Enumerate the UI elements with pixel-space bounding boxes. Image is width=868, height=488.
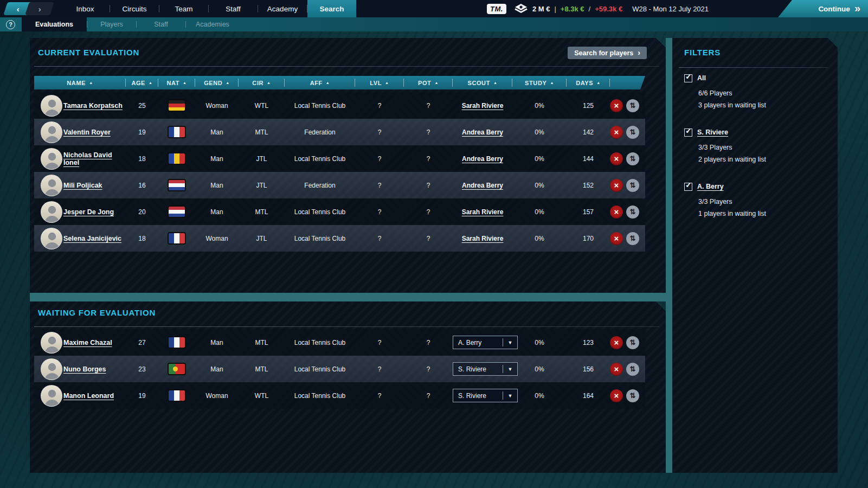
column-header-pot[interactable]: POT▲ <box>404 76 453 89</box>
scout-dropdown[interactable]: A. Berry▼ <box>453 336 518 349</box>
swap-order-button[interactable]: ⇅ <box>626 232 639 245</box>
sub-tab-evaluations[interactable]: Evaluations <box>22 17 87 31</box>
gender-cell-value: Man <box>210 365 223 373</box>
filter-checkbox[interactable]: ✓ <box>684 129 692 137</box>
player-avatar[interactable] <box>41 121 62 143</box>
column-header-scout[interactable]: SCOUT▲ <box>453 76 512 89</box>
player-avatar[interactable] <box>41 175 62 196</box>
days-cell: 144 <box>567 155 610 163</box>
scout-cell: Andrea Berry <box>453 129 512 136</box>
age-cell: 18 <box>126 155 158 163</box>
player-name-link[interactable]: Maxime Chazal <box>63 339 112 346</box>
swap-order-button[interactable]: ⇅ <box>626 179 639 192</box>
remove-player-button[interactable]: × <box>610 152 623 165</box>
swap-order-button[interactable]: ⇅ <box>626 336 639 349</box>
column-header-days[interactable]: DAYS▲ <box>567 76 610 89</box>
player-avatar[interactable] <box>41 385 62 407</box>
player-avatar[interactable] <box>41 95 62 117</box>
gender-cell: Man <box>195 365 239 373</box>
column-header-cir[interactable]: CIR▲ <box>239 76 285 89</box>
filters-divider <box>679 67 828 68</box>
remove-player-button[interactable]: × <box>610 206 623 219</box>
player-name-link[interactable]: Nicholas David Ionel <box>63 151 112 166</box>
player-name-link[interactable]: Selena Janicijevic <box>63 235 121 242</box>
scout-link[interactable]: Sarah Riviere <box>462 235 504 242</box>
filter-label[interactable]: A. Berry <box>697 183 724 190</box>
level-cell-value: ? <box>378 182 382 189</box>
flag-nl <box>168 206 186 218</box>
nav-tab-inbox[interactable]: Inbox <box>61 0 110 17</box>
player-name-link[interactable]: Nuno Borges <box>63 365 106 373</box>
column-header-label: POT <box>418 80 431 86</box>
filter-label[interactable]: S. Riviere <box>697 129 728 136</box>
player-name-link[interactable]: Jesper De Jong <box>63 208 114 216</box>
column-header-label: AFF <box>310 80 323 86</box>
swap-order-button[interactable]: ⇅ <box>626 99 639 112</box>
age-cell: 19 <box>126 392 158 400</box>
scout-link[interactable]: Andrea Berry <box>462 182 503 189</box>
remove-player-button[interactable]: × <box>610 179 623 192</box>
scout-link[interactable]: Sarah Riviere <box>462 208 504 216</box>
player-avatar[interactable] <box>41 201 62 223</box>
column-header-nat[interactable]: NAT▲ <box>158 76 195 89</box>
remove-player-button[interactable]: × <box>610 232 623 245</box>
player-name-link[interactable]: Mili Poljicak <box>63 182 102 189</box>
nav-tab-circuits[interactable]: Circuits <box>110 0 159 17</box>
sub-tab-players[interactable]: Players <box>87 17 136 31</box>
nav-tab-staff[interactable]: Staff <box>209 0 258 17</box>
remove-player-button[interactable]: × <box>610 336 623 349</box>
player-name-link[interactable]: Tamara Korpatsch <box>63 102 123 110</box>
sub-tab-staff[interactable]: Staff <box>137 17 185 31</box>
column-header-name[interactable]: NAME▲ <box>34 76 126 89</box>
swap-order-button[interactable]: ⇅ <box>626 389 639 402</box>
swap-order-button[interactable]: ⇅ <box>626 363 639 376</box>
player-name-link[interactable]: Manon Leonard <box>63 392 114 400</box>
forward-button[interactable]: › <box>25 2 54 15</box>
age-cell: 27 <box>126 339 158 346</box>
swap-order-button[interactable]: ⇅ <box>626 152 639 165</box>
player-row: Nuno Borges23ManMTLLocal Tennis Club??S.… <box>34 356 645 382</box>
column-header-lvl[interactable]: LVL▲ <box>355 76 404 89</box>
nav-tab-search[interactable]: Search <box>307 0 356 17</box>
nav-tab-academy[interactable]: Academy <box>258 0 307 17</box>
player-avatar[interactable] <box>41 148 62 170</box>
potential-cell-value: ? <box>427 339 430 346</box>
search-for-players-button[interactable]: Search for players › <box>568 47 647 59</box>
remove-player-button[interactable]: × <box>610 389 623 402</box>
sort-asc-icon: ▲ <box>434 81 439 85</box>
column-header-age[interactable]: AGE▲ <box>126 76 158 89</box>
scout-dropdown[interactable]: S. Riviere▼ <box>453 362 518 376</box>
help-icon[interactable]: ? <box>6 20 15 29</box>
remove-player-button[interactable]: × <box>610 363 623 376</box>
scout-link[interactable]: Andrea Berry <box>462 129 503 136</box>
continue-button[interactable]: Continue » <box>778 0 868 17</box>
player-row: Jesper De Jong20ManMTLLocal Tennis Club?… <box>34 198 645 225</box>
level-cell: ? <box>355 339 404 346</box>
player-row: Manon Leonard19WomanWTLLocal Tennis Club… <box>34 382 645 409</box>
column-header-aff[interactable]: AFF▲ <box>285 76 355 89</box>
scout-dropdown[interactable]: S. Riviere▼ <box>453 389 518 402</box>
level-cell-value: ? <box>378 102 382 110</box>
scout-link[interactable]: Andrea Berry <box>462 155 503 163</box>
scout-link[interactable]: Sarah Riviere <box>462 102 504 110</box>
player-avatar[interactable] <box>41 228 62 249</box>
level-cell: ? <box>355 129 404 136</box>
column-header-study[interactable]: STUDY▲ <box>512 76 567 89</box>
swap-order-button[interactable]: ⇅ <box>626 126 639 139</box>
potential-cell: ? <box>404 208 453 216</box>
study-cell: 0% <box>512 182 567 189</box>
swap-order-button[interactable]: ⇅ <box>626 206 639 219</box>
continue-chevrons-icon: » <box>854 3 860 14</box>
filter-checkbox[interactable]: ✓ <box>684 183 692 191</box>
player-avatar[interactable] <box>41 332 62 354</box>
player-avatar[interactable] <box>41 358 62 380</box>
remove-player-button[interactable]: × <box>610 126 623 139</box>
potential-cell-value: ? <box>427 365 430 373</box>
remove-player-button[interactable]: × <box>610 99 623 112</box>
sub-tab-academies[interactable]: Academies <box>186 17 239 31</box>
player-name-link[interactable]: Valentin Royer <box>63 129 111 136</box>
nav-tab-team[interactable]: Team <box>159 0 208 17</box>
potential-cell-value: ? <box>427 235 430 242</box>
column-header-gend[interactable]: GEND▲ <box>195 76 239 89</box>
filter-checkbox[interactable]: ✓ <box>684 74 692 82</box>
